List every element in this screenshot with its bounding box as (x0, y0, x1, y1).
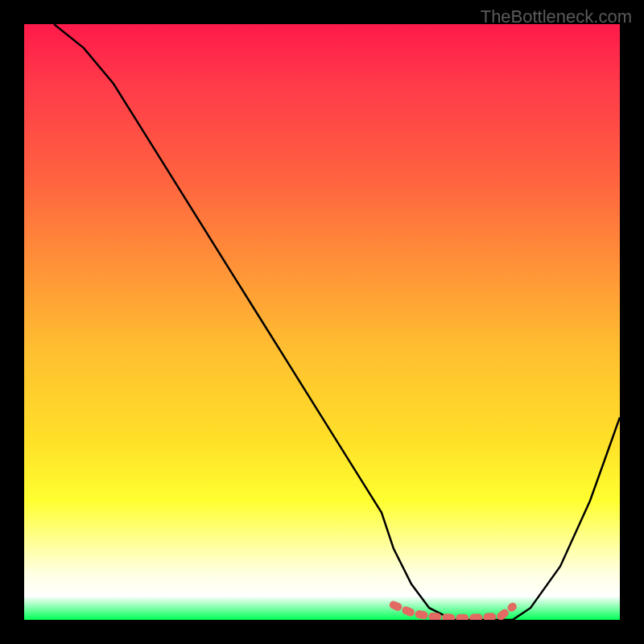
watermark-text: TheBottleneck.com (481, 6, 632, 27)
optimal-range-path (394, 605, 513, 618)
bottleneck-curve-path (54, 24, 620, 620)
plot-area (24, 24, 620, 620)
chart-container: TheBottleneck.com (0, 0, 644, 644)
chart-svg (24, 24, 620, 620)
